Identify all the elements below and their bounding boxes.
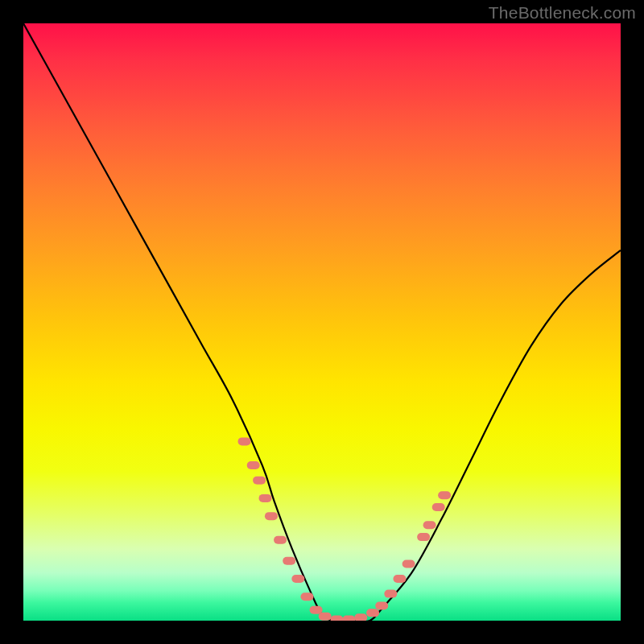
curve-marker xyxy=(366,609,379,617)
curve-marker xyxy=(300,592,313,601)
chart-plot-area xyxy=(23,23,621,621)
curve-marker xyxy=(319,613,332,621)
curve-marker xyxy=(375,601,388,609)
curve-marker xyxy=(283,557,295,565)
curve-marker xyxy=(423,521,436,529)
watermark-text: TheBottleneck.com xyxy=(489,3,636,23)
curve-marker xyxy=(253,477,266,485)
marker-group xyxy=(238,437,452,621)
curve-marker xyxy=(238,437,251,445)
curve-marker xyxy=(274,536,287,544)
curve-marker xyxy=(438,491,451,499)
curve-marker xyxy=(291,575,304,583)
curve-marker xyxy=(393,575,406,583)
curve-marker xyxy=(259,494,272,502)
curve-marker xyxy=(265,512,278,520)
curve-marker xyxy=(402,560,415,568)
curve-marker xyxy=(310,606,323,614)
curve-marker xyxy=(384,590,397,598)
curve-marker xyxy=(432,503,445,511)
curve-marker xyxy=(354,613,367,621)
chart-svg xyxy=(23,23,621,621)
curve-marker xyxy=(417,533,430,541)
curve-marker xyxy=(247,461,260,469)
bottleneck-curve xyxy=(23,23,621,621)
curve-marker xyxy=(331,616,344,621)
curve-marker xyxy=(342,616,355,621)
